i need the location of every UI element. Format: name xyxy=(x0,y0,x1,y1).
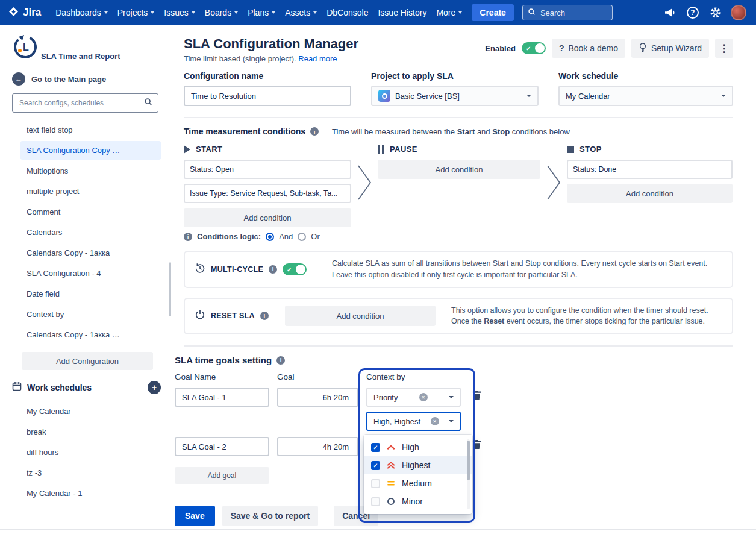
save-go-report-button[interactable]: Save & Go to report xyxy=(222,506,318,526)
nav-boards[interactable]: Boards xyxy=(200,4,243,21)
checkbox-unchecked-icon[interactable] xyxy=(371,497,380,506)
info-icon[interactable] xyxy=(276,356,285,365)
sidebar-config-item[interactable]: text field stop xyxy=(20,121,161,139)
dropdown-scrollbar[interactable] xyxy=(467,441,470,480)
page-bottom-divider xyxy=(0,529,756,530)
jira-top-nav: Jira Dashboards Projects Issues Boards P… xyxy=(0,0,756,25)
goal-time-input[interactable] xyxy=(277,437,358,456)
goal-name-input[interactable] xyxy=(175,437,269,456)
config-name-input[interactable] xyxy=(184,86,351,106)
jira-logo[interactable]: Jira xyxy=(8,7,41,19)
dropdown-option-minor[interactable]: Minor xyxy=(364,492,472,510)
enabled-toggle[interactable] xyxy=(522,42,546,54)
book-demo-button[interactable]: ? Book a demo xyxy=(552,39,625,58)
logic-or-radio[interactable] xyxy=(298,233,306,241)
more-options-icon[interactable] xyxy=(715,39,733,58)
chevron-down-icon xyxy=(151,11,154,14)
nav-dbconsole[interactable]: DbConsole xyxy=(322,4,373,21)
project-select[interactable]: Basic Service [BS] xyxy=(371,86,539,106)
sidebar-scrollbar[interactable] xyxy=(169,262,171,316)
sidebar-schedule-item[interactable]: My Calendar xyxy=(20,402,161,421)
back-to-main-link[interactable]: Go to the Main page xyxy=(12,72,172,86)
stop-add-condition-button[interactable]: Add condition xyxy=(567,184,733,203)
sidebar-config-item[interactable]: Calendars Copy - 1акка xyxy=(20,243,161,262)
goal-name-input[interactable] xyxy=(175,388,269,407)
nav-projects[interactable]: Projects xyxy=(113,4,160,21)
sidebar-search[interactable] xyxy=(12,93,158,113)
info-icon[interactable] xyxy=(260,312,269,320)
nav-assets[interactable]: Assets xyxy=(280,4,322,21)
sidebar-schedule-item[interactable]: diff hours xyxy=(20,443,161,462)
sidebar-schedule-item[interactable]: My Calendar - 1 xyxy=(20,484,161,503)
nav-dashboards[interactable]: Dashboards xyxy=(51,4,113,21)
checkbox-checked-icon[interactable] xyxy=(371,443,380,452)
setup-wizard-button[interactable]: Setup Wizard xyxy=(631,39,709,58)
config-name-field-group: Configuration name xyxy=(184,71,351,106)
read-more-link[interactable]: Read more xyxy=(298,54,337,63)
pause-add-condition-button[interactable]: Add condition xyxy=(378,160,540,179)
sidebar-config-item[interactable]: Calendars Copy - 1акка … xyxy=(20,325,161,344)
sidebar-config-item[interactable]: Comment xyxy=(20,202,161,221)
save-button[interactable]: Save xyxy=(175,506,215,526)
stop-condition-chip[interactable]: Status: Done xyxy=(567,160,733,179)
user-avatar[interactable] xyxy=(729,4,748,22)
config-list: text field stop SLA Configuration Copy …… xyxy=(12,121,161,344)
goal-time-input[interactable] xyxy=(277,388,358,407)
logic-and-radio[interactable] xyxy=(266,233,274,241)
search-icon xyxy=(144,98,152,108)
add-configuration-button[interactable]: Add Configuration xyxy=(22,352,153,370)
checkbox-checked-icon[interactable] xyxy=(371,461,380,470)
stop-icon xyxy=(567,146,574,153)
pause-icon xyxy=(378,145,384,154)
sidebar-config-item-selected[interactable]: SLA Configuration Copy … xyxy=(20,141,161,160)
info-icon[interactable] xyxy=(310,127,319,136)
delete-goal-button[interactable] xyxy=(469,388,484,406)
dropdown-option-high[interactable]: High xyxy=(364,438,472,456)
section-divider xyxy=(184,345,733,347)
start-condition-chip[interactable]: Issue Type: Service Request, Sub-task, T… xyxy=(184,184,351,203)
global-search[interactable] xyxy=(522,5,613,20)
page-subtitle: Time limit based (single project). Read … xyxy=(184,54,358,63)
start-condition-chip[interactable]: Status: Open xyxy=(184,160,351,179)
checkbox-unchecked-icon[interactable] xyxy=(371,479,380,488)
nav-issue-history[interactable]: Issue History xyxy=(373,4,431,21)
sidebar-config-item[interactable]: Multioptions xyxy=(20,162,161,180)
announcement-icon[interactable] xyxy=(661,4,679,22)
chevron-down-icon xyxy=(449,396,454,398)
sidebar-config-item[interactable]: Date field xyxy=(20,284,161,303)
help-icon[interactable]: ? xyxy=(684,4,702,22)
sidebar-config-item[interactable]: multiple project xyxy=(20,182,161,201)
sidebar-schedule-item[interactable]: tz -3 xyxy=(20,463,161,482)
sidebar-search-input[interactable] xyxy=(18,98,140,108)
reset-add-condition-button[interactable]: Add condition xyxy=(285,306,436,326)
clear-icon[interactable] xyxy=(419,393,428,401)
sidebar-config-item[interactable]: SLA Configuration - 4 xyxy=(20,264,161,283)
info-icon[interactable] xyxy=(269,265,277,274)
back-arrow-icon xyxy=(12,72,25,86)
nav-issues[interactable]: Issues xyxy=(159,4,199,21)
global-search-input[interactable] xyxy=(539,8,607,18)
context-values-select[interactable]: High, Highest xyxy=(366,412,461,431)
multi-cycle-toggle[interactable] xyxy=(283,263,307,275)
dropdown-option-highest[interactable]: Highest xyxy=(364,456,472,474)
context-field-select[interactable]: Priority xyxy=(366,388,461,407)
sidebar-config-item[interactable]: Calendars xyxy=(20,223,161,242)
context-by-cell: Priority High, Highest xyxy=(366,388,461,431)
dropdown-option-medium[interactable]: Medium xyxy=(364,474,472,492)
project-field-group: Project to apply SLA Basic Service [BS] xyxy=(371,71,539,106)
nav-more[interactable]: More xyxy=(431,4,467,21)
start-add-condition-button[interactable]: Add condition xyxy=(184,208,351,227)
sidebar-schedule-item[interactable]: break xyxy=(20,422,161,441)
create-button[interactable]: Create xyxy=(472,4,514,21)
chevron-down-icon xyxy=(449,420,454,422)
add-schedule-button[interactable] xyxy=(148,381,161,394)
nav-plans[interactable]: Plans xyxy=(243,4,280,21)
info-icon[interactable] xyxy=(184,233,192,241)
clear-icon[interactable] xyxy=(431,417,439,425)
add-goal-button[interactable]: Add goal xyxy=(175,467,269,484)
time-measurement-title: Time measurement conditions xyxy=(184,127,305,136)
work-schedule-select[interactable]: My Calendar xyxy=(558,86,733,106)
sidebar-config-item[interactable]: Context by xyxy=(20,305,161,324)
app-logo-row: L SLA Time and Report xyxy=(12,34,172,63)
gear-icon[interactable] xyxy=(707,4,725,22)
